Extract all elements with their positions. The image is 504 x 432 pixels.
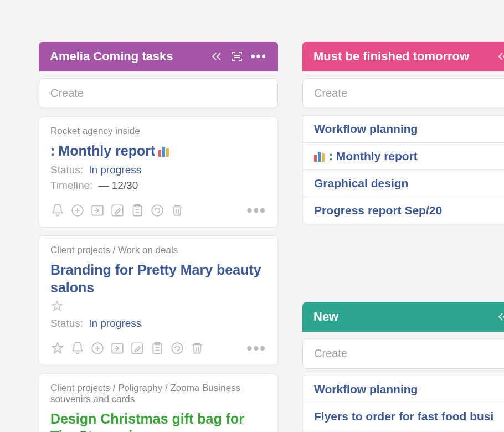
create-input[interactable]: Create (302, 338, 504, 369)
clipboard-icon[interactable] (130, 203, 145, 218)
edit-icon[interactable] (110, 203, 125, 218)
status-value: In progress (89, 317, 141, 330)
more-icon[interactable]: ••• (251, 49, 267, 64)
column-header: Amelia Coming tasks ••• (39, 42, 278, 71)
trash-icon[interactable] (190, 341, 204, 356)
list-item[interactable]: Progress report Sep/20 (302, 197, 504, 224)
card-path: Rocket agency inside (50, 126, 266, 137)
svg-point-5 (152, 205, 163, 217)
status-label: Status: (50, 164, 83, 176)
chart-icon (158, 146, 169, 157)
column-header: New (302, 302, 504, 332)
column-coming-tasks: Amelia Coming tasks ••• Create Rocket ag… (39, 42, 278, 432)
clipboard-icon[interactable] (150, 341, 164, 356)
status-value: In progress (89, 164, 141, 176)
task-card[interactable]: Client projects / Poligraphy / Zooma Bus… (39, 373, 278, 432)
refresh-icon[interactable] (150, 203, 164, 218)
task-card[interactable]: Rocket agency inside : Monthly report St… (39, 116, 278, 228)
card-more-icon[interactable]: ••• (247, 202, 266, 219)
list-item[interactable]: : Monthly report (302, 143, 504, 170)
bell-icon[interactable] (50, 203, 65, 218)
collapse-icon[interactable] (497, 312, 504, 322)
create-input[interactable]: Create (302, 78, 504, 109)
card-title: Branding for Pretty Mary beauty salons (50, 261, 266, 313)
list-item[interactable]: Graphical design (302, 170, 504, 197)
create-input[interactable]: Create (39, 78, 278, 109)
status-label: Status: (50, 317, 83, 330)
card-path: Client projects / Work on deals (50, 245, 266, 256)
star-icon[interactable] (50, 300, 64, 313)
add-icon[interactable] (90, 341, 105, 356)
card-path: Client projects / Poligraphy / Zooma Bus… (50, 383, 266, 405)
scan-icon[interactable] (231, 50, 243, 63)
list-item[interactable]: Flyers to order for fast food busi (302, 403, 504, 430)
task-card[interactable]: Client projects / Work on deals Branding… (39, 235, 278, 366)
card-title: : Monthly report (50, 142, 266, 160)
card-more-icon[interactable]: ••• (247, 340, 266, 357)
bell-icon[interactable] (70, 341, 85, 356)
trash-icon[interactable] (170, 203, 184, 218)
column-title: Must be finished tomorrow (313, 49, 469, 64)
column-header: Must be finished tomorrow (302, 42, 504, 71)
move-icon[interactable] (110, 341, 125, 356)
svg-point-11 (172, 343, 183, 354)
list-item[interactable]: Workflow planning (302, 115, 504, 143)
timeline-value: — 12/30 (98, 179, 138, 192)
collapse-icon[interactable] (211, 52, 223, 61)
column-title: Amelia Coming tasks (50, 49, 173, 64)
chart-icon (314, 151, 325, 162)
timeline-label: Timeline: (50, 179, 92, 192)
edit-icon[interactable] (130, 341, 145, 356)
card-title: Design Christmas gift bag for TinyStones… (50, 410, 266, 432)
star-icon[interactable] (50, 341, 65, 356)
collapse-icon[interactable] (497, 52, 504, 61)
move-icon[interactable] (90, 203, 105, 218)
column-new: New Create Workflow planning Flyers to o… (302, 302, 504, 432)
add-icon[interactable] (70, 203, 85, 218)
column-title: New (313, 310, 338, 324)
refresh-icon[interactable] (170, 341, 184, 356)
list-item[interactable]: Workflow planning (302, 376, 504, 403)
column-must-finish: Must be finished tomorrow Create Workflo… (302, 42, 504, 224)
